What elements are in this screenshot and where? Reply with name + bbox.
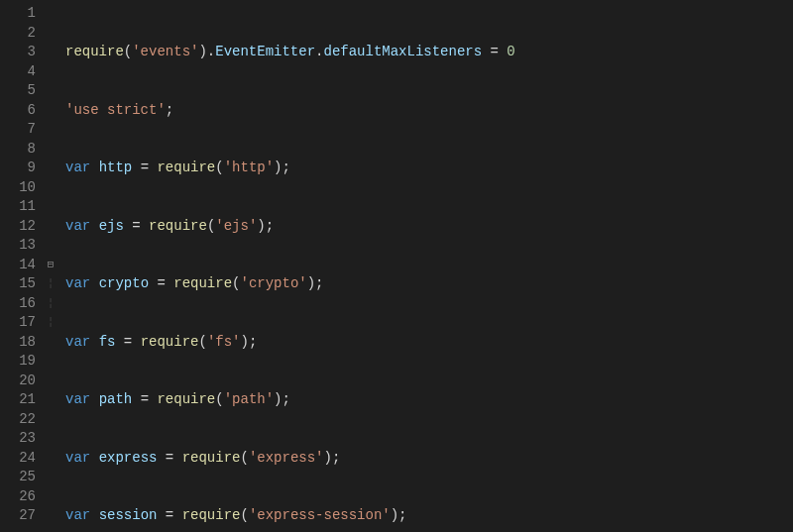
line-number: 23 bbox=[0, 429, 36, 449]
line-number: 5 bbox=[0, 81, 36, 101]
line-number: 13 bbox=[0, 236, 36, 256]
line-number: 24 bbox=[0, 449, 36, 469]
line-number: 15 bbox=[0, 274, 36, 294]
line-number: 6 bbox=[0, 101, 36, 121]
line-number: 25 bbox=[0, 468, 36, 487]
line-number: 11 bbox=[0, 197, 36, 217]
line-number: 20 bbox=[0, 372, 36, 391]
code-line[interactable]: var path = require('path'); bbox=[65, 390, 793, 410]
line-number: 26 bbox=[0, 487, 36, 507]
line-number: 9 bbox=[0, 159, 36, 178]
line-number: 18 bbox=[0, 333, 36, 353]
line-number: 27 bbox=[0, 506, 36, 526]
code-line[interactable]: var crypto = require('crypto'); bbox=[65, 274, 793, 294]
code-line[interactable]: require('events').EventEmitter.defaultMa… bbox=[65, 43, 793, 62]
fold-toggle-icon[interactable]: ⊟ bbox=[44, 256, 57, 275]
line-number: 17 bbox=[0, 313, 36, 333]
code-area[interactable]: require('events').EventEmitter.defaultMa… bbox=[57, 0, 793, 532]
code-line[interactable]: var session = require('express-session')… bbox=[65, 506, 793, 526]
line-number: 3 bbox=[0, 43, 36, 62]
line-number: 22 bbox=[0, 410, 36, 430]
line-number-gutter: 1 2 3 4 5 6 7 8 9 10 11 12 13 14 15 16 1… bbox=[0, 0, 44, 532]
line-number: 19 bbox=[0, 352, 36, 372]
fold-guide: ¦ bbox=[44, 274, 57, 294]
code-line[interactable]: var express = require('express'); bbox=[65, 449, 793, 469]
line-number: 8 bbox=[0, 140, 36, 160]
code-editor[interactable]: 1 2 3 4 5 6 7 8 9 10 11 12 13 14 15 16 1… bbox=[0, 0, 793, 532]
fold-guide: ¦ bbox=[44, 313, 57, 333]
line-number: 1 bbox=[0, 4, 36, 24]
code-line[interactable]: var ejs = require('ejs'); bbox=[65, 217, 793, 237]
line-number: 16 bbox=[0, 294, 36, 314]
line-number: 2 bbox=[0, 24, 36, 44]
code-line[interactable]: var fs = require('fs'); bbox=[65, 333, 793, 353]
line-number: 4 bbox=[0, 62, 36, 82]
line-number: 21 bbox=[0, 390, 36, 410]
line-number: 12 bbox=[0, 217, 36, 237]
code-line[interactable]: 'use strict'; bbox=[65, 101, 793, 121]
line-number: 7 bbox=[0, 120, 36, 140]
line-number: 14 bbox=[0, 256, 36, 275]
line-number: 10 bbox=[0, 178, 36, 198]
fold-guide: ¦ bbox=[44, 294, 57, 314]
fold-gutter: ⊟ ¦ ¦ ¦ bbox=[44, 0, 57, 532]
code-line[interactable]: var http = require('http'); bbox=[65, 159, 793, 178]
